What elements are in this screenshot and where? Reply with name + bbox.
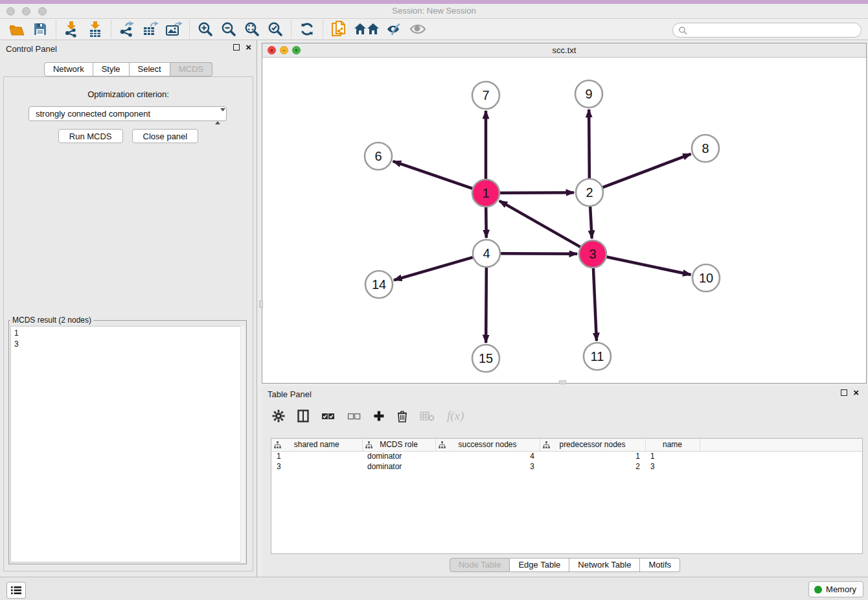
export-image-button[interactable] bbox=[164, 20, 183, 38]
run-mcds-button[interactable]: Run MCDS bbox=[58, 129, 123, 143]
cell-shared-name[interactable]: 1 bbox=[271, 451, 362, 461]
tab-style[interactable]: Style bbox=[93, 62, 130, 76]
save-session-button[interactable] bbox=[30, 20, 50, 38]
graph-edge-4-14[interactable] bbox=[394, 257, 473, 280]
import-network-button[interactable] bbox=[62, 20, 82, 38]
graph-node-11[interactable]: 11 bbox=[584, 343, 611, 370]
import-table-button[interactable] bbox=[86, 20, 105, 38]
show-graphics-button[interactable] bbox=[408, 20, 428, 38]
delete-table-button[interactable] bbox=[420, 411, 435, 421]
column-header-MCDS-role[interactable]: MCDS role bbox=[362, 439, 435, 451]
float-panel-icon[interactable] bbox=[233, 44, 240, 51]
tab-mcds[interactable]: MCDS bbox=[170, 62, 212, 76]
export-network-button[interactable] bbox=[117, 20, 137, 38]
table-options-button[interactable] bbox=[272, 410, 285, 422]
hide-graphics-button[interactable] bbox=[385, 20, 404, 38]
tab-edge-table[interactable]: Edge Table bbox=[510, 558, 569, 572]
network-maximize-button[interactable]: + bbox=[292, 46, 301, 54]
delete-column-button[interactable] bbox=[397, 410, 407, 422]
column-header-successor-nodes[interactable]: successor nodes bbox=[435, 439, 540, 451]
column-header-predecessor-nodes[interactable]: predecessor nodes bbox=[540, 439, 645, 451]
close-window-button[interactable] bbox=[6, 7, 15, 16]
graph-node-1[interactable]: 1 bbox=[472, 179, 499, 207]
task-history-button[interactable] bbox=[6, 582, 26, 599]
apply-function-button[interactable]: f(x) bbox=[447, 409, 464, 423]
criterion-dropdown[interactable]: strongly connected component bbox=[29, 106, 227, 121]
zoom-out-button[interactable] bbox=[219, 20, 238, 38]
hide-all-columns-button[interactable] bbox=[347, 411, 361, 421]
search-input[interactable] bbox=[672, 23, 862, 38]
graph-node-10[interactable]: 10 bbox=[692, 264, 720, 292]
open-session-button[interactable] bbox=[7, 20, 27, 38]
network-minimize-button[interactable]: − bbox=[280, 46, 288, 54]
mcds-result-text[interactable]: 1 3 bbox=[10, 326, 245, 562]
zoom-window-button[interactable] bbox=[38, 7, 47, 16]
float-panel-icon[interactable] bbox=[841, 389, 847, 396]
zoom-fit-button[interactable] bbox=[242, 20, 262, 38]
tab-select[interactable]: Select bbox=[130, 62, 170, 76]
import-network-icon bbox=[64, 21, 80, 38]
close-panel-icon[interactable]: × bbox=[246, 43, 251, 51]
zoom-selected-button[interactable] bbox=[266, 20, 285, 38]
cell-predecessor-nodes[interactable]: 1 bbox=[540, 451, 645, 461]
graph-edge-2-9[interactable] bbox=[589, 110, 589, 178]
export-network-icon bbox=[119, 21, 135, 38]
graph-edge-4-3[interactable] bbox=[501, 253, 577, 254]
table-row[interactable]: 3dominator323 bbox=[271, 461, 862, 472]
control-panel-tabs: NetworkStyleSelectMCDS bbox=[0, 62, 257, 76]
graph-edge-4-15[interactable] bbox=[486, 268, 486, 343]
graph-node-2[interactable]: 2 bbox=[576, 179, 603, 206]
table-panel-title: Table Panel bbox=[268, 389, 312, 399]
close-panel-icon[interactable]: × bbox=[853, 389, 859, 397]
graph-node-3[interactable]: 3 bbox=[579, 240, 606, 268]
home-button[interactable] bbox=[352, 20, 381, 38]
table-row[interactable]: 1dominator411 bbox=[271, 451, 862, 461]
export-table-button[interactable] bbox=[141, 20, 160, 38]
column-header-shared-name[interactable]: shared name bbox=[271, 439, 362, 451]
tab-motifs[interactable]: Motifs bbox=[640, 558, 680, 572]
graph-node-8[interactable]: 8 bbox=[692, 135, 719, 162]
network-window-titlebar[interactable]: × − + scc.txt bbox=[262, 43, 866, 58]
cell-MCDS-role[interactable]: dominator bbox=[362, 451, 435, 461]
graph-edge-3-1[interactable] bbox=[499, 201, 580, 247]
graph-node-4[interactable]: 4 bbox=[473, 240, 500, 267]
graph-node-15[interactable]: 15 bbox=[472, 345, 499, 372]
cell-shared-name[interactable]: 3 bbox=[271, 461, 362, 472]
show-all-columns-button[interactable] bbox=[321, 411, 335, 421]
cell-name[interactable]: 1 bbox=[645, 451, 700, 461]
minimize-window-button[interactable] bbox=[22, 7, 30, 16]
graph-edge-1-6[interactable] bbox=[393, 161, 472, 189]
create-column-button[interactable] bbox=[373, 410, 385, 422]
cell-name[interactable]: 3 bbox=[645, 461, 700, 472]
tab-network-table[interactable]: Network Table bbox=[569, 558, 640, 572]
network-canvas[interactable]: 7968124314101511 bbox=[262, 58, 866, 383]
memory-button[interactable]: Memory bbox=[808, 581, 863, 597]
column-view-button[interactable] bbox=[297, 410, 309, 422]
graph-edge-3-10[interactable] bbox=[607, 257, 691, 275]
cell-MCDS-role[interactable]: dominator bbox=[362, 461, 435, 472]
close-panel-button[interactable]: Close panel bbox=[132, 129, 199, 143]
tab-network[interactable]: Network bbox=[44, 62, 93, 76]
graph-node-6[interactable]: 6 bbox=[365, 143, 392, 170]
graph-edge-3-11[interactable] bbox=[593, 268, 597, 341]
graph-edge-1-4[interactable] bbox=[486, 207, 486, 238]
splitter-grip-bottom[interactable] bbox=[559, 380, 566, 384]
network-close-button[interactable]: × bbox=[268, 46, 276, 54]
graph-edge-2-8[interactable] bbox=[603, 154, 691, 188]
duplicate-network-button[interactable] bbox=[329, 20, 348, 38]
graph-node-9[interactable]: 9 bbox=[575, 80, 602, 108]
zoom-in-button[interactable] bbox=[196, 20, 215, 38]
node-label: 9 bbox=[585, 87, 592, 101]
splitter-grip-left[interactable] bbox=[259, 301, 263, 308]
cell-successor-nodes[interactable]: 4 bbox=[435, 451, 540, 461]
cell-predecessor-nodes[interactable]: 2 bbox=[540, 461, 645, 472]
graph-edge-1-2[interactable] bbox=[500, 192, 574, 193]
cell-successor-nodes[interactable]: 3 bbox=[435, 461, 540, 472]
graph-node-14[interactable]: 14 bbox=[365, 271, 393, 298]
tab-node-table[interactable]: Node Table bbox=[450, 558, 510, 572]
column-header-name[interactable]: name bbox=[645, 439, 700, 451]
refresh-button[interactable] bbox=[297, 20, 317, 38]
graph-edge-2-3[interactable] bbox=[590, 207, 592, 238]
graph-node-7[interactable]: 7 bbox=[472, 82, 499, 109]
result-scrollbar[interactable] bbox=[240, 326, 245, 562]
